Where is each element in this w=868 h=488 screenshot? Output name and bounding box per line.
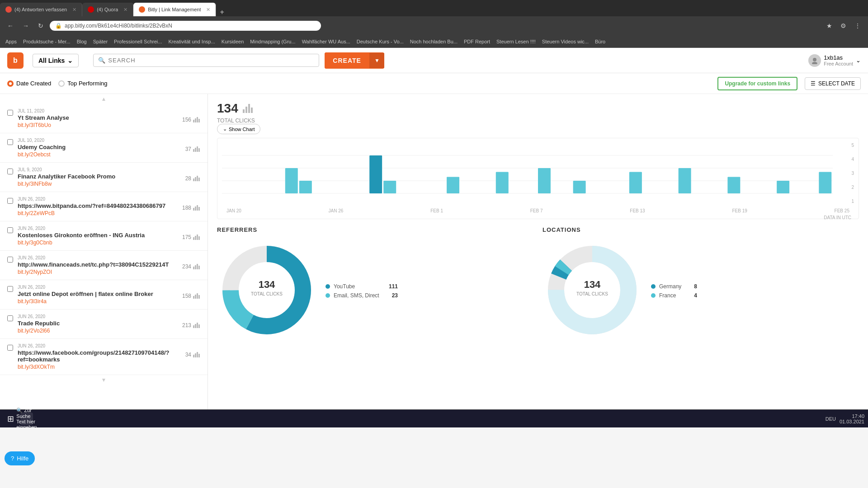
scroll-down-indicator[interactable]: ▼: [0, 375, 208, 385]
link-title-6: Jetzt online Depot eröffnen | flatex onl…: [18, 291, 178, 297]
svg-rect-26: [193, 296, 194, 299]
tab-3[interactable]: Bitly | Link Management ✕: [133, 3, 216, 16]
logo[interactable]: b: [7, 52, 24, 69]
menu-button[interactable]: ⋮: [852, 20, 863, 31]
link-stats-0: 156: [182, 117, 200, 123]
bookmark-9[interactable]: Deutsche Kurs - Vo...: [355, 38, 406, 45]
svg-rect-21: [198, 236, 200, 240]
taskbar-date: 01.03.2021: [840, 419, 864, 424]
svg-rect-3: [195, 118, 196, 122]
list-item: JUN 26, 2020 Kostenloses Girokonto eröff…: [0, 221, 208, 251]
search-box[interactable]: 🔍: [93, 54, 319, 67]
link-date-2: JUL 9, 2020: [18, 167, 181, 172]
back-button[interactable]: ←: [5, 20, 16, 31]
link-url-4[interactable]: bit.ly/3g0Cbnb: [18, 239, 178, 246]
tab-3-close[interactable]: ✕: [206, 7, 210, 13]
link-url-6[interactable]: bit.ly/3l3ir4a: [18, 298, 178, 305]
referrers-title: REFERRERS: [217, 226, 533, 233]
stats-icon-5: [193, 264, 200, 269]
list-item: JUN 26, 2020 Jetzt online Depot eröffnen…: [0, 280, 208, 310]
bookmarks-button[interactable]: ★: [824, 20, 835, 31]
link-checkbox-7[interactable]: [7, 315, 13, 321]
url-input[interactable]: 🔒 app.bitly.com/Bk61e4cHi80/bitlinks/2B2…: [50, 21, 321, 31]
referrers-donut-container: 134 TOTAL CLICKS YouTube 111: [217, 240, 533, 341]
show-chart-button[interactable]: ⌄ Show Chart: [217, 124, 260, 134]
svg-rect-4: [197, 117, 198, 122]
tab-1-close[interactable]: ✕: [72, 7, 76, 13]
svg-rect-46: [285, 168, 298, 193]
link-url-7[interactable]: bit.ly/2Vo2l66: [18, 328, 178, 334]
bookmark-3[interactable]: Später: [91, 38, 109, 45]
link-checkbox-1[interactable]: [7, 139, 13, 145]
svg-rect-15: [195, 206, 196, 211]
svg-rect-13: [198, 178, 200, 181]
link-clicks-6: 158: [182, 293, 191, 299]
radio-top-performing[interactable]: Top Performing: [58, 80, 107, 87]
link-url-2[interactable]: bit.ly/3lNFb8w: [18, 181, 181, 187]
bookmark-14[interactable]: Büro: [593, 38, 607, 45]
total-clicks-header: 134: [217, 101, 859, 116]
link-checkbox-4[interactable]: [7, 227, 13, 233]
create-button[interactable]: CREATE: [325, 52, 369, 69]
upgrade-button[interactable]: Upgrade for custom links: [717, 77, 797, 90]
link-url-5[interactable]: bit.ly/2NypZOI: [18, 269, 178, 275]
bookmark-apps[interactable]: Apps: [4, 38, 19, 45]
link-checkbox-6[interactable]: [7, 286, 13, 292]
select-date-button[interactable]: ☰ SELECT DATE: [805, 77, 861, 90]
tab-1[interactable]: (4) Antworten verfassen ✕: [0, 3, 82, 16]
extensions-button[interactable]: ⚙: [838, 20, 849, 31]
svg-rect-12: [197, 176, 198, 181]
link-checkbox-2[interactable]: [7, 169, 13, 174]
tab-1-favicon: [5, 6, 12, 13]
list-item: JUL 10, 2020 Udemy Coaching bit.ly/2Oebc…: [0, 133, 208, 163]
legend-youtube: YouTube 111: [326, 283, 398, 290]
user-info[interactable]: 1xb1as Free Account ⌄: [808, 54, 861, 67]
svg-rect-6: [193, 149, 194, 152]
bookmark-12[interactable]: Steuern Lesen !!!!: [495, 38, 538, 45]
link-url-8[interactable]: bit.ly/3dXOkTm: [18, 364, 181, 370]
radio-date-created[interactable]: Date Created: [7, 80, 51, 87]
bookmarks-bar: Apps Produktsuche - Mer... Blog Später P…: [0, 35, 868, 48]
tab-2-close[interactable]: ✕: [123, 7, 127, 13]
user-text: 1xb1as Free Account: [824, 54, 853, 66]
forward-button[interactable]: →: [20, 20, 32, 31]
new-tab-button[interactable]: +: [216, 8, 227, 16]
taskbar-search[interactable]: 🔍 Zur Suche Text hier eingeben: [20, 413, 33, 425]
all-links-label: All Links: [38, 57, 65, 64]
bookmark-2[interactable]: Blog: [75, 38, 89, 45]
link-url-0[interactable]: bit.ly/3IT6bUo: [18, 122, 178, 128]
svg-text:134: 134: [259, 279, 275, 290]
svg-rect-40: [248, 104, 250, 113]
reload-button[interactable]: ↻: [35, 20, 46, 31]
create-dropdown-button[interactable]: ▼: [369, 53, 384, 68]
x-feb13: FEB 13: [630, 208, 645, 213]
link-url-1[interactable]: bit.ly/2Oebcst: [18, 151, 181, 158]
start-button[interactable]: ⊞: [4, 412, 18, 426]
link-url-3[interactable]: bit.ly/2ZeWPcB: [18, 210, 178, 216]
link-checkbox-8[interactable]: [7, 345, 13, 351]
link-stats-7: 213: [182, 322, 200, 328]
y-2: 2: [851, 185, 854, 190]
bookmark-13[interactable]: Steuern Videos wic...: [540, 38, 590, 45]
search-input[interactable]: [108, 57, 314, 64]
tab-2[interactable]: (4) Quora ✕: [82, 3, 133, 16]
bookmark-10[interactable]: Noch hochladen Bu...: [408, 38, 459, 45]
tab-3-label: Bitly | Link Management: [148, 7, 201, 12]
bookmark-7[interactable]: Mindmapping (Gru...: [248, 38, 297, 45]
bookmark-8[interactable]: Wahlfächer WU Aus...: [300, 38, 352, 45]
all-links-button[interactable]: All Links ⌄: [33, 54, 79, 67]
bookmark-6[interactable]: Kursideen: [220, 38, 246, 45]
svg-rect-35: [195, 353, 196, 357]
bookmark-5[interactable]: Kreativität und Insp...: [166, 38, 217, 45]
link-title-3: https://www.bitpanda.com/?ref=8494802343…: [18, 202, 178, 209]
link-checkbox-0[interactable]: [7, 110, 13, 116]
link-checkbox-3[interactable]: [7, 198, 13, 204]
bookmark-4[interactable]: Professionell Schrei...: [112, 38, 164, 45]
link-title-5: http://www.financeads.net/tc.php?t=38094…: [18, 261, 178, 268]
list-item: JUL 9, 2020 Finanz Analytiker Facebook P…: [0, 163, 208, 192]
bookmark-1[interactable]: Produktsuche - Mer...: [21, 38, 72, 45]
scroll-up-indicator[interactable]: ▲: [0, 94, 208, 104]
bookmark-11[interactable]: PDF Report: [462, 38, 492, 45]
show-chart-label: Show Chart: [229, 127, 255, 132]
link-checkbox-5[interactable]: [7, 257, 13, 263]
